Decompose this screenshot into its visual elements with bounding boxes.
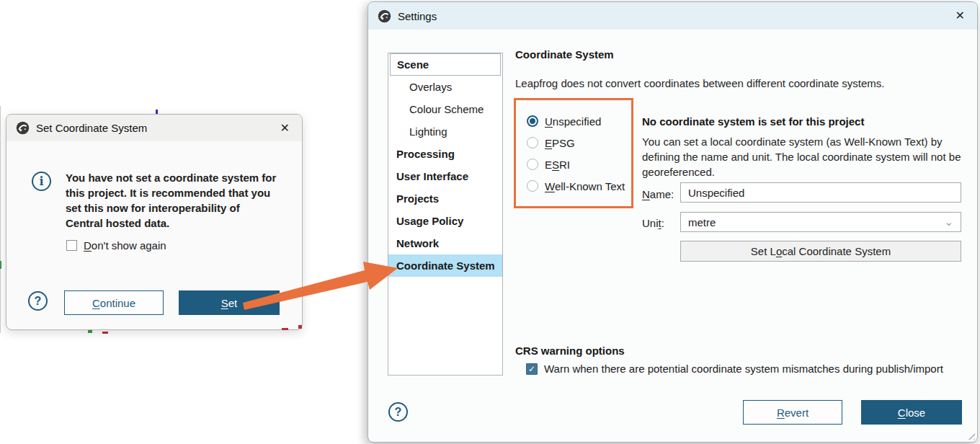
unit-label: Unit:	[642, 217, 664, 229]
close-icon[interactable]: ✕	[953, 9, 968, 23]
set-coordinate-system-dialog: Set Coordinate System ✕ i You have not s…	[6, 114, 303, 330]
settings-sidebar: Scene Overlays Colour Scheme Lighting Pr…	[388, 53, 503, 376]
background-artifact-red	[102, 332, 108, 334]
radio-option-esri[interactable]: ESRI	[527, 154, 631, 175]
radio-unselected-icon[interactable]	[527, 137, 538, 148]
sidebar-item-lighting[interactable]: Lighting	[388, 120, 502, 143]
dont-show-again-label: Don't show again	[84, 239, 166, 252]
set-button[interactable]: Set	[179, 290, 280, 315]
sidebar-item-processing[interactable]: Processing	[388, 143, 502, 165]
background-window-edge	[0, 106, 1, 333]
radio-label: EPSG	[545, 137, 575, 149]
radio-selected-icon[interactable]	[527, 115, 538, 127]
dialog-title: Set Coordinate System	[36, 122, 147, 134]
radio-label: Well-Known Text	[545, 180, 625, 192]
radio-unselected-icon[interactable]	[527, 159, 538, 170]
annotation-highlight-box: Unspecified EPSG ESRI Well-Known Text	[514, 98, 633, 208]
background-artifact-green	[0, 261, 1, 269]
sidebar-item-user-interface[interactable]: User Interface	[388, 165, 502, 187]
background-artifact-red	[298, 325, 302, 329]
sidebar-item-coordinate-system[interactable]: Coordinate System	[388, 254, 502, 277]
set-dialog-titlebar[interactable]: Set Coordinate System ✕	[6, 115, 302, 141]
radio-label: Unspecified	[545, 115, 601, 128]
dont-show-again-checkbox[interactable]: Don't show again	[66, 239, 166, 252]
sidebar-item-scene[interactable]: Scene	[390, 53, 501, 76]
background-artifact-blue	[156, 110, 158, 114]
sidebar-item-network[interactable]: Network	[388, 232, 502, 254]
local-cs-description: You can set a local coordinate system (a…	[642, 134, 970, 179]
radio-unselected-icon[interactable]	[527, 180, 538, 192]
leapfrog-logo-icon	[16, 121, 30, 135]
dialog-title: Settings	[398, 10, 437, 22]
info-icon: i	[32, 172, 51, 191]
background-artifact-green	[88, 330, 92, 333]
local-cs-heading: No coordinate system is set for this pro…	[642, 115, 864, 128]
sidebar-item-overlays[interactable]: Overlays	[388, 76, 502, 98]
name-label: Name:	[642, 188, 674, 200]
close-button[interactable]: Close	[861, 400, 962, 425]
radio-option-well-known-text[interactable]: Well-Known Text	[527, 175, 631, 197]
sidebar-item-projects[interactable]: Projects	[388, 187, 502, 210]
help-button[interactable]: ?	[28, 291, 48, 311]
checkbox-unchecked-icon[interactable]	[66, 240, 77, 251]
help-button[interactable]: ?	[388, 402, 408, 422]
set-local-coordinate-system-button[interactable]: Set Local Coordinate System	[680, 241, 961, 262]
revert-button[interactable]: Revert	[743, 400, 842, 425]
crs-warning-heading: CRS warning options	[515, 345, 625, 357]
unit-dropdown-value: metre	[688, 216, 716, 228]
name-input[interactable]	[680, 182, 961, 203]
warn-mismatch-label: Warn when there are potential coordinate…	[544, 363, 943, 375]
unit-dropdown[interactable]: metre ⌄	[680, 212, 961, 232]
settings-titlebar[interactable]: Settings ✕	[368, 2, 977, 30]
radio-option-epsg[interactable]: EPSG	[527, 132, 631, 154]
continue-button[interactable]: Continue	[64, 290, 164, 315]
sidebar-item-usage-policy[interactable]: Usage Policy	[388, 210, 502, 232]
close-icon[interactable]: ✕	[277, 121, 293, 136]
radio-label: ESRI	[545, 159, 570, 171]
resize-grip[interactable]	[966, 431, 975, 440]
background-artifact-red	[282, 328, 288, 330]
dialog-message: You have not set a coordinate system for…	[66, 170, 279, 231]
page-title: Coordinate System	[515, 48, 614, 61]
chevron-down-icon: ⌄	[944, 216, 953, 228]
sidebar-item-colour-scheme[interactable]: Colour Scheme	[388, 98, 502, 120]
leapfrog-logo-icon	[378, 9, 391, 23]
radio-option-unspecified[interactable]: Unspecified	[527, 110, 631, 132]
checkbox-checked-icon[interactable]: ✓	[526, 363, 538, 375]
warn-mismatch-checkbox[interactable]: ✓ Warn when there are potential coordina…	[526, 363, 943, 375]
settings-dialog: Settings ✕ Scene Overlays Colour Scheme …	[368, 1, 978, 443]
intro-text: Leapfrog does not convert coordinates be…	[515, 77, 885, 89]
